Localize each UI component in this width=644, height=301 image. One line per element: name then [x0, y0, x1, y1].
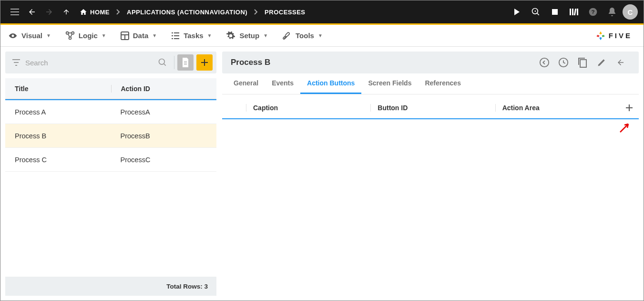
library-icon[interactable]	[565, 3, 583, 21]
tasks-icon	[171, 32, 180, 40]
breadcrumb-home[interactable]: HOME	[75, 8, 114, 16]
grid-header: Caption Button ID Action Area	[222, 97, 639, 118]
annotation-arrow-icon	[618, 120, 632, 135]
menu-bar: Visual▼ Logic▼ Data▼ Tasks▼ Setup▼ Tools…	[0, 25, 644, 47]
menu-data-label: Data	[133, 31, 149, 40]
five-logo-text: FIVE	[609, 31, 632, 40]
filter-icon[interactable]	[9, 59, 23, 66]
tab-action-buttons[interactable]: Action Buttons	[300, 73, 361, 94]
menu-setup-label: Setup	[239, 31, 259, 40]
back-circle-icon[interactable]	[535, 53, 554, 72]
detail-header: Process B	[222, 52, 639, 73]
list-container: Title Action ID Process AProcessAProcess…	[5, 78, 216, 296]
left-panel: Title Action ID Process AProcessAProcess…	[5, 52, 216, 296]
logic-icon	[65, 31, 75, 41]
detail-title: Process B	[231, 58, 270, 67]
menu-tools-label: Tools	[296, 31, 314, 40]
svg-rect-2	[570, 9, 571, 15]
hamburger-icon[interactable]	[6, 3, 23, 21]
nav-back-icon[interactable]	[23, 3, 41, 21]
play-icon[interactable]	[508, 3, 525, 21]
search-icon[interactable]	[154, 58, 171, 67]
breadcrumb-home-label: HOME	[90, 9, 110, 16]
tab-general[interactable]: General	[227, 73, 265, 94]
tab-references[interactable]: References	[418, 73, 468, 94]
total-rows-label: Total Rows: 3	[166, 283, 208, 290]
menu-visual[interactable]: Visual▼	[8, 31, 51, 40]
grid-add-button[interactable]	[620, 104, 639, 112]
help-icon[interactable]: ?	[584, 3, 602, 21]
list-body: Process AProcessAProcess BProcessBProces…	[5, 100, 216, 277]
add-record-button[interactable]	[196, 54, 213, 71]
home-icon	[80, 8, 87, 16]
menu-logic-label: Logic	[79, 31, 98, 40]
five-logo: FIVE	[595, 31, 636, 41]
list-header: Title Action ID	[5, 78, 216, 99]
chevron-right-icon	[254, 9, 258, 15]
row-title: Process A	[5, 108, 111, 116]
copy-icon[interactable]	[573, 53, 592, 72]
nav-forward-icon	[41, 3, 58, 21]
menu-tasks-label: Tasks	[184, 31, 203, 40]
inspect-icon[interactable]	[527, 3, 544, 21]
avatar-letter: C	[628, 8, 633, 16]
row-action-id: ProcessB	[111, 132, 217, 140]
breadcrumb-applications[interactable]: APPLICATIONS (ACTIONNAVIGATION)	[122, 9, 252, 16]
list-row[interactable]: Process BProcessB	[5, 124, 216, 148]
chevron-right-icon	[116, 9, 120, 15]
topbar-right-icons: ? C	[508, 3, 638, 21]
list-row[interactable]: Process AProcessA	[5, 100, 216, 124]
nav-up-icon[interactable]	[58, 3, 75, 21]
five-logo-icon	[595, 31, 606, 41]
svg-rect-5	[577, 9, 578, 15]
table-icon	[121, 31, 129, 40]
row-action-id: ProcessC	[111, 156, 217, 164]
search-bar	[5, 52, 216, 73]
svg-text:?: ?	[591, 9, 594, 15]
menu-tools[interactable]: Tools▼	[282, 31, 323, 41]
document-button[interactable]	[177, 54, 194, 71]
svg-point-12	[159, 59, 165, 65]
svg-rect-1	[552, 9, 558, 15]
svg-rect-3	[572, 9, 573, 15]
menu-setup[interactable]: Setup▼	[226, 31, 268, 41]
list-row[interactable]: Process CProcessC	[5, 148, 216, 172]
menu-logic[interactable]: Logic▼	[65, 31, 106, 41]
menu-visual-label: Visual	[21, 31, 42, 40]
search-input[interactable]	[23, 59, 154, 67]
grid-col-action-area[interactable]: Action Area	[495, 104, 620, 112]
tab-events[interactable]: Events	[265, 73, 300, 94]
tools-icon	[282, 31, 292, 41]
tabs: General Events Action Buttons Screen Fie…	[222, 73, 639, 94]
user-avatar[interactable]: C	[623, 4, 638, 20]
grid-col-button-id[interactable]: Button ID	[370, 104, 495, 112]
svg-rect-4	[574, 9, 576, 15]
history-icon[interactable]	[554, 53, 573, 72]
top-bar: HOME APPLICATIONS (ACTIONNAVIGATION) PRO…	[0, 0, 644, 23]
grid-col-caption[interactable]: Caption	[246, 104, 370, 112]
menu-tasks[interactable]: Tasks▼	[171, 31, 212, 40]
tab-screen-fields[interactable]: Screen Fields	[361, 73, 418, 94]
menu-data[interactable]: Data▼	[121, 31, 157, 40]
right-panel: Process B General Events Action Buttons	[222, 52, 639, 296]
edit-icon[interactable]	[592, 53, 611, 72]
eye-icon	[8, 32, 18, 39]
col-title-header[interactable]: Title	[5, 85, 111, 93]
breadcrumb-processes[interactable]: PROCESSES	[260, 9, 310, 16]
row-action-id: ProcessA	[111, 108, 217, 116]
gear-icon	[226, 31, 235, 41]
list-footer: Total Rows: 3	[5, 277, 216, 296]
breadcrumb-processes-label: PROCESSES	[265, 9, 305, 16]
col-action-header[interactable]: Action ID	[111, 85, 217, 93]
divider	[174, 56, 174, 69]
back-arrow-icon[interactable]	[611, 53, 630, 72]
breadcrumb: HOME APPLICATIONS (ACTIONNAVIGATION) PRO…	[75, 8, 310, 16]
stop-icon[interactable]	[546, 3, 563, 21]
content-area: Title Action ID Process AProcessAProcess…	[0, 47, 644, 301]
plus-icon	[625, 104, 634, 112]
grid-header-underline	[222, 118, 639, 119]
row-title: Process C	[5, 156, 111, 164]
svg-point-13	[540, 58, 549, 67]
row-title: Process B	[5, 132, 111, 140]
bell-icon[interactable]	[603, 3, 621, 21]
